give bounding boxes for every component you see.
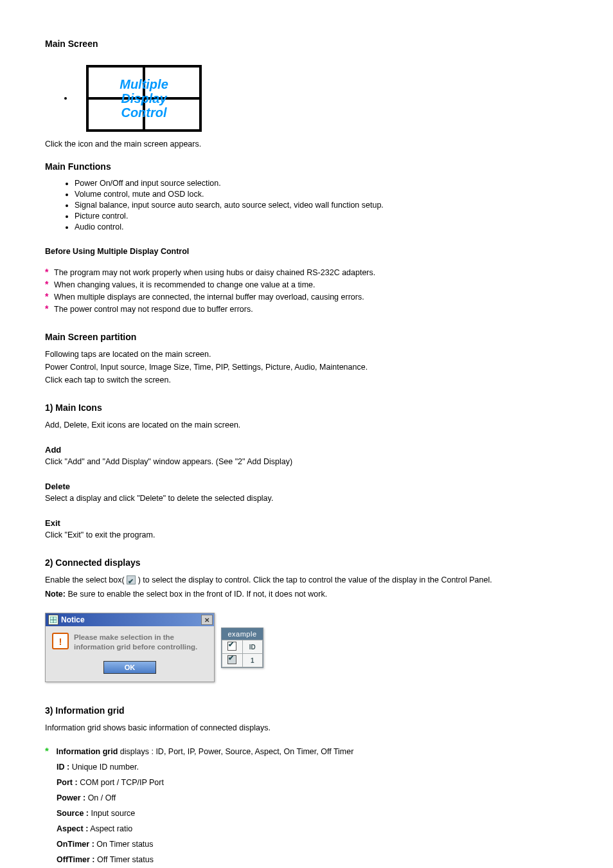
partition-p3: Click each tap to switch the screen. [45,374,568,386]
sub-port: Port : COM port / TCP/IP Port [45,777,568,788]
delete-desc: Select a display and click "Delete" to d… [45,493,568,504]
caution-item: *The power control may not respond due t… [45,303,568,315]
row-checkbox-cell: ✔ [222,654,243,667]
caution-item: *When changing values, it is recommended… [45,278,568,291]
example-header: example [222,628,263,640]
partition-title: Main Screen partition [45,332,568,342]
notice-title: Notice [61,615,85,624]
star-icon: * [45,278,54,290]
caution-text: When multiple displays are connected, th… [54,293,364,302]
add-label: Add [45,445,61,455]
list-item: Volume control, mute and OSD lock. [75,189,568,200]
info-grid-desc: Information grid shows basic information… [45,722,568,734]
bullet-icon [64,97,67,100]
intro-text: Click the icon and the main screen appea… [45,138,568,150]
star-icon: * [45,291,54,302]
add-row: Add [45,445,568,455]
cautions-intro: Before Using Multiple Display Control [45,246,568,257]
partition-p1: Following taps are located on the main s… [45,348,568,360]
functions-list: Power On/Off and input source selection.… [45,178,568,233]
logo-line3: Control [120,105,168,120]
caution-text: When changing values, it is recommended … [54,280,315,289]
logo-line1: Multiple [120,77,168,91]
sub-offtimer: OffTimer : Off Timer status [45,854,568,865]
page-title: Main Screen [45,39,568,49]
main-icons-title: 1) Main Icons [45,402,568,413]
notice-message: Please make selection in the information… [74,633,208,652]
logo-text: Multiple Display Control [120,77,168,120]
sub-source: Source : Input source [45,808,568,819]
sub-label: Aspect : [57,824,88,833]
table-row: ✔ ID [222,640,263,654]
sub-label: Port : [57,778,78,787]
main-icons-desc: Add, Delete, Exit icons are located on t… [45,419,568,431]
example-table: ✔ ID ✔ 1 [222,640,263,667]
list-item: Power On/Off and input source selection. [75,178,568,189]
list-item: Audio control. [75,222,568,233]
checkbox-icon: ✔ [227,655,236,664]
sub-text: Aspect ratio [90,824,132,833]
header-checkbox-cell: ✔ [222,640,243,654]
star-icon: * [45,266,54,278]
connected-paragraph: Enable the select box( ✔ ) to select the… [45,574,568,586]
sub-label: ID : [57,763,69,772]
sub-text: On Timer status [96,840,153,849]
caution-item: *When multiple displays are connected, t… [45,291,568,303]
star-green-icon: * [45,745,54,757]
sub-label: Power : [57,793,85,802]
list-item: Picture control. [75,211,568,222]
example-panel: example ✔ ID ✔ 1 [221,628,263,668]
sub-power: Power : On / Off [45,792,568,804]
main-functions-heading: Main Functions [45,161,568,172]
sub-text: Off Timer status [97,855,154,864]
logo-line2: Display [121,91,166,105]
exit-label: Exit [45,518,60,528]
connected-note: Note: Be sure to enable the select box i… [45,588,568,600]
mdc-logo: Multiple Display Control [86,65,202,132]
sub-label: Source : [57,809,89,818]
delete-label: Delete [45,482,70,491]
sub-text: On / Off [88,793,116,802]
connected-p-pre: Enable the select box( [45,575,127,584]
info-grid-item: * Information grid displays : ID, Port, … [45,745,568,757]
sub-id: ID : Unique ID number. [45,761,568,773]
info-grid-item-text2: displays : ID, Port, IP, Power, Source, … [120,747,354,756]
delete-row: Delete [45,482,568,491]
checkbox-icon: ✔ [227,642,236,651]
caution-text: The power control may not respond due to… [54,305,253,314]
add-desc: Click "Add" and "Add Display" window app… [45,456,568,467]
notice-titlebar: Notice ✕ [46,613,214,626]
header-id-cell: ID [242,640,263,654]
connected-title: 2) Connected displays [45,557,568,568]
table-row: ✔ 1 [222,654,263,667]
connected-p-post: ) to select the display to control. Clic… [138,575,492,584]
caution-item: *The program may not work properly when … [45,266,568,278]
note-label: Note: [45,590,66,599]
info-grid-title: 3) Information grid [45,705,568,716]
info-grid-item-label: Information grid [56,747,118,756]
exit-desc: Click "Exit" to exit the program. [45,529,568,541]
app-small-icon [48,615,58,625]
warning-icon: ! [52,633,69,649]
sub-ontimer: OnTimer : On Timer status [45,838,568,850]
example-checkbox-icon: ✔ [127,575,136,584]
close-icon[interactable]: ✕ [201,615,213,625]
ok-button[interactable]: OK [103,661,156,674]
partition-p2: Power Control, Input source, Image Size,… [45,361,568,373]
cautions-list: *The program may not work properly when … [45,266,568,315]
star-icon: * [45,303,54,314]
sub-aspect: Aspect : Aspect ratio [45,823,568,835]
row-id-cell: 1 [242,654,263,667]
sub-label: OffTimer : [57,855,95,864]
exit-row: Exit [45,518,568,528]
list-item: Signal balance, input source auto search… [75,200,568,211]
sub-text: Unique ID number. [72,763,139,772]
notice-dialog: Notice ✕ ! Please make selection in the … [45,613,215,682]
sub-text: Input source [91,809,136,818]
sub-label: OnTimer : [57,840,94,849]
sub-text: COM port / TCP/IP Port [80,778,164,787]
note-body: Be sure to enable the select box in the … [67,590,327,599]
caution-text: The program may not work properly when u… [54,268,375,277]
